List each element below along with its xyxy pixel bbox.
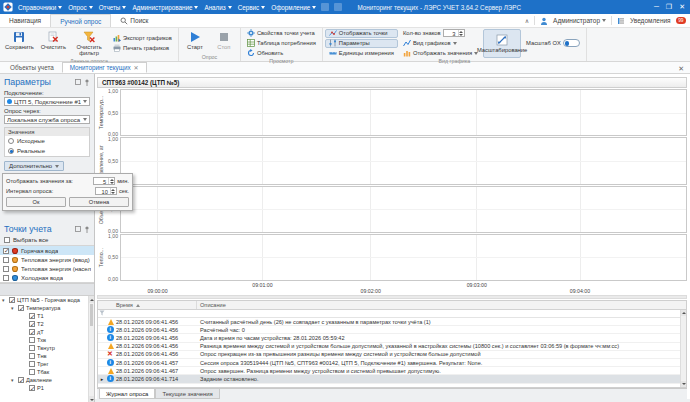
tree-row[interactable]: ▾ Твнутр [0,344,94,352]
minimize-button[interactable]: ─ [654,3,659,11]
tab-current-values[interactable]: Текущие значения [155,389,219,399]
radio-icon [8,138,14,144]
log-row[interactable]: 28.01.2026 09:06:41.714 Задание остановл… [98,375,686,383]
close-tab-icon[interactable]: ✕ [134,64,139,71]
tab-poll-journal[interactable]: Журнал опроса [99,389,155,399]
more-options-button[interactable]: Дополнительно [4,161,64,171]
radio-real[interactable]: Реальные [5,146,89,156]
tree-row[interactable]: ▾ Давление [0,376,94,384]
point-list-item[interactable]: Горячая вода [0,246,94,255]
tree-row[interactable]: ▾ Тбак [0,368,94,376]
interval-spinner[interactable]: 10 [95,187,117,195]
log-filter-row[interactable] [98,310,686,318]
refresh-button[interactable]: Обновить [243,49,320,58]
show-for-spinner[interactable]: 5 [93,177,115,185]
chart-plot-area[interactable] [120,137,687,184]
menu-item[interactable]: Сервис [238,4,266,11]
menu-item[interactable]: Анализ [204,4,231,11]
tree-row[interactable]: ▾ дТ [0,328,94,336]
log-row[interactable]: 28.01.2026 09:06:41.456 Дата и время по … [98,334,686,342]
cancel-button[interactable]: Отмена [69,197,129,207]
tab-search[interactable]: Поиск [111,14,157,27]
log-row[interactable]: 28.01.2026 09:06:41.456 Считанный расчёт… [98,318,686,326]
menu-item[interactable]: Оформление [271,4,316,11]
menu-item[interactable]: Опрос [68,4,92,11]
column-header-time[interactable]: Время [115,301,197,309]
print-charts-button[interactable]: Печать графиков [109,44,176,53]
ok-button[interactable]: Ок [6,197,66,207]
digits-spinner[interactable]: 3 [443,29,465,37]
restore-panel-icon[interactable] [75,226,81,232]
sidebar-splitter[interactable] [0,283,94,296]
tree-row[interactable]: ▾ Температура [0,304,94,312]
tree-row[interactable]: ▾ Тнв [0,352,94,360]
log-scrollbar[interactable] [680,310,686,387]
expander-icon[interactable]: ▾ [2,297,7,303]
tab-navigation[interactable]: Навигация [0,14,50,27]
log-row[interactable]: 28.01.2026 09:06:41.467 Опрос завершен. … [98,367,686,375]
point-properties-button[interactable]: Свойства точки учета [243,29,320,38]
tree-scrollbar[interactable] [88,296,94,402]
select-all-checkbox[interactable]: Выбрать все [0,235,94,245]
ribbon-group-poll-data: Сохранить Очистить Очистить фильтр Экспо… [0,28,179,61]
close-button[interactable]: ✕ [679,3,685,11]
show-values-dropdown[interactable]: Отображать значения [399,49,482,58]
notifications-badge: 99 [676,17,686,24]
tree-row[interactable]: ▾ Трег [0,360,94,368]
units-button[interactable]: Единицы измерения [325,49,398,58]
tab-manual-poll[interactable]: Ручной опрос [50,14,111,27]
consumption-table-button[interactable]: Таблица потребления [243,39,320,48]
tree-row[interactable]: ▾ Р1 [0,384,94,392]
close-panel-icon[interactable]: ✕ [678,65,688,73]
chart-horizontal-scrollbar[interactable] [97,295,687,299]
tree-row[interactable]: ▾ Т1 [0,312,94,320]
save-button[interactable]: Сохранить [2,29,37,58]
menu-item[interactable]: Справочники [18,4,62,11]
point-list-item[interactable]: Тепловая энергия (ввод) [0,255,94,264]
menu-item[interactable]: Отчеты [99,4,127,11]
show-points-toggle[interactable]: Отображать точки [325,29,398,38]
start-button[interactable]: Старт [181,29,209,54]
log-row[interactable]: 28.01.2026 09:06:41.456 Разница времени … [98,343,686,351]
gridline [370,235,371,280]
point-list-item[interactable]: Тепловая энергия (население) [0,264,94,273]
chart-plot-area[interactable] [120,234,687,281]
zoom-mode-button[interactable]: Масштабирование [483,29,521,58]
scale-ox-toggle[interactable] [563,39,580,47]
chart-plot-area[interactable] [120,186,687,233]
log-description: Разница времени между системой и устройс… [197,343,686,349]
collapse-ribbon-icon[interactable]: ∧ [525,17,529,24]
doc-tab-objects[interactable]: Объекты учета [2,62,62,73]
doc-tab-monitoring[interactable]: Мониторинг текущих ✕ [62,62,147,73]
maximize-button[interactable]: ❐ [666,3,672,11]
tree-row[interactable]: ▾ Т2 [0,320,94,328]
expander-icon[interactable]: ▾ [11,305,16,311]
expander-icon[interactable]: ▾ [11,377,16,383]
chart-kind-dropdown[interactable]: Вид графиков [399,39,482,48]
notifications-button[interactable]: Уведомления [630,17,671,24]
restore-panel-icon[interactable] [75,79,81,85]
export-charts-button[interactable]: Экспорт графиков [109,34,176,43]
gridline [476,187,477,232]
log-row[interactable]: 28.01.2026 09:06:41.457 Сессия опроса 33… [98,359,686,367]
radio-source[interactable]: Исходные [5,136,89,146]
quick-access-icon[interactable] [334,3,342,11]
menu-item[interactable]: Администрирование [132,4,198,11]
pin-icon[interactable] [84,226,90,233]
connection-dropdown[interactable]: ЦТП 5, Подключение #1 [4,97,90,106]
pin-icon[interactable] [84,79,90,86]
point-list-item[interactable]: Холодная вода [0,273,94,282]
tree-row[interactable]: ▾ ЦТП №5 - Горячая вода [0,296,94,304]
chart-plot-area[interactable] [120,89,687,136]
log-row[interactable]: 28.01.2026 09:06:41.456 Расчётный час: 0 [98,326,686,334]
tree-row[interactable]: ▾ Тхв [0,336,94,344]
stop-button[interactable]: Стоп [210,29,238,54]
parameters-toggle[interactable]: Параметры [325,39,398,48]
clear-filter-button[interactable]: Очистить фильтр [70,29,108,58]
clear-button[interactable]: Очистить [38,29,69,58]
log-row[interactable]: 28.01.2026 09:06:41.456 Опрос прекращен … [98,351,686,359]
user-menu[interactable]: Администратор [553,17,606,24]
quick-access-icon[interactable] [321,3,329,11]
column-header-description[interactable]: Описание [197,302,686,308]
poll-via-dropdown[interactable]: Локальная служба опроса :: Eth [4,115,90,124]
